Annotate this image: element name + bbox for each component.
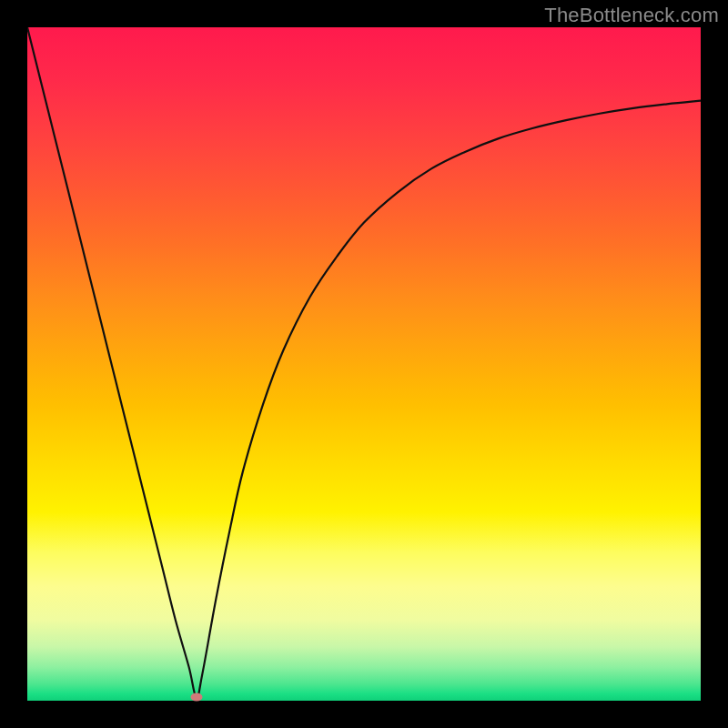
watermark-text: TheBottleneck.com xyxy=(544,4,719,27)
chart-plot-area xyxy=(27,27,701,701)
minimum-marker xyxy=(190,693,202,702)
chart-frame: TheBottleneck.com xyxy=(0,0,728,728)
bottleneck-curve xyxy=(27,27,701,701)
